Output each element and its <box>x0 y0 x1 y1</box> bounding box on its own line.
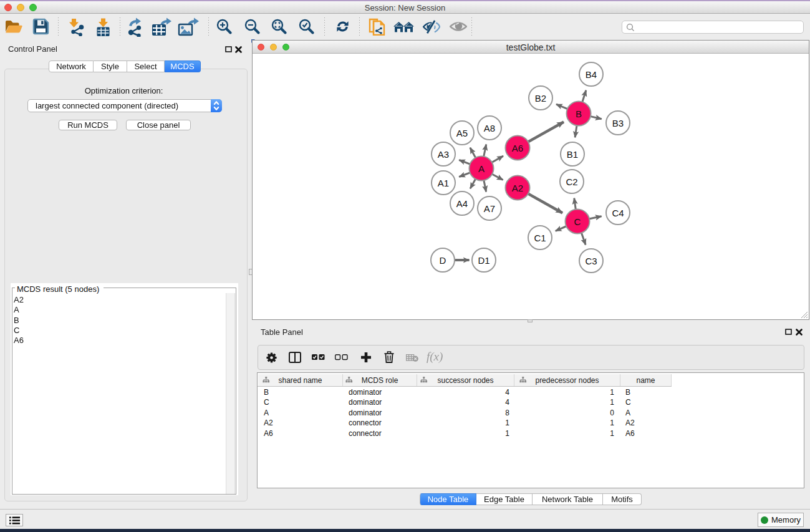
svg-text:C2: C2 <box>566 177 577 187</box>
svg-text:D: D <box>440 255 446 266</box>
svg-text:A3: A3 <box>438 149 449 160</box>
svg-text:A6: A6 <box>512 143 523 153</box>
svg-text:B2: B2 <box>535 93 546 104</box>
svg-text:B1: B1 <box>567 149 578 160</box>
svg-text:C: C <box>574 216 581 227</box>
svg-text:A8: A8 <box>484 123 495 133</box>
svg-text:D1: D1 <box>478 255 489 266</box>
svg-text:A2: A2 <box>512 183 523 193</box>
svg-text:B4: B4 <box>586 69 597 80</box>
svg-text:C4: C4 <box>612 208 624 218</box>
svg-text:A: A <box>478 163 485 174</box>
svg-text:A7: A7 <box>484 203 495 214</box>
svg-text:A1: A1 <box>438 178 449 188</box>
svg-text:C1: C1 <box>534 233 546 243</box>
svg-text:B: B <box>576 109 582 119</box>
svg-text:C3: C3 <box>585 256 597 266</box>
svg-text:A5: A5 <box>456 128 468 138</box>
svg-text:A4: A4 <box>456 198 468 209</box>
svg-text:B3: B3 <box>612 118 624 128</box>
